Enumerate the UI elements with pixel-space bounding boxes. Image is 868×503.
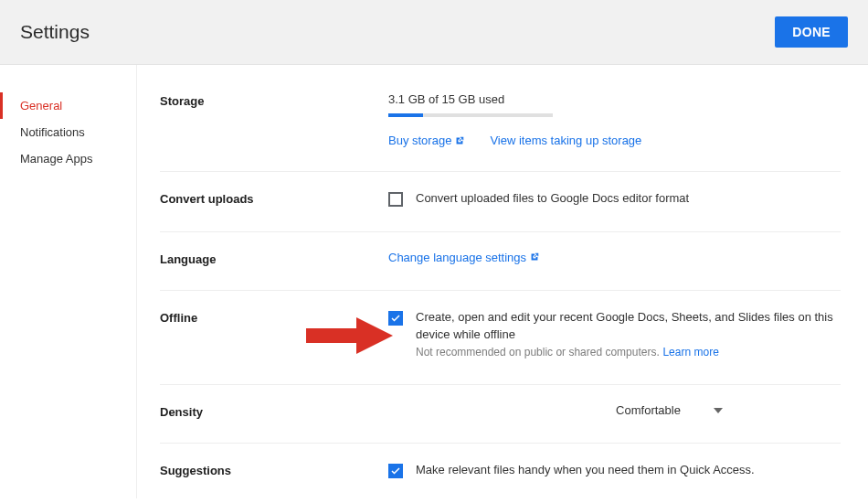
view-items-link[interactable]: View items taking up storage (490, 134, 641, 147)
sidebar: General Notifications Manage Apps (0, 65, 137, 498)
buy-storage-link[interactable]: Buy storage (388, 134, 464, 147)
sidebar-item-notifications[interactable]: Notifications (0, 119, 136, 145)
section-label: Density (160, 403, 388, 419)
section-label: Suggestions (160, 462, 388, 477)
learn-more-link[interactable]: Learn more (662, 345, 718, 360)
offline-hint: Not recommended on public or shared comp… (416, 346, 660, 359)
sidebar-item-general[interactable]: General (0, 92, 136, 119)
offline-checkbox-label: Create, open and edit your recent Google… (416, 309, 841, 344)
storage-bar-fill (388, 113, 423, 117)
main: Storage 3.1 GB of 15 GB used Buy storage… (137, 65, 868, 498)
section-label: Language (160, 251, 388, 266)
section-label: Convert uploads (160, 190, 388, 206)
sidebar-item-label: Notifications (20, 125, 85, 139)
density-value: Comfortable (616, 403, 681, 417)
section-suggestions: Suggestions Make relevant files handy wh… (160, 444, 841, 479)
sidebar-item-manage-apps[interactable]: Manage Apps (0, 145, 136, 172)
section-label: Storage (160, 92, 388, 108)
header: Settings DONE (0, 0, 868, 65)
section-storage: Storage 3.1 GB of 15 GB used Buy storage… (160, 88, 841, 172)
change-language-link[interactable]: Change language settings (388, 251, 539, 264)
done-button[interactable]: DONE (775, 16, 848, 48)
offline-checkbox[interactable] (388, 311, 403, 326)
section-density: Density Comfortable (160, 385, 841, 444)
sidebar-item-label: Manage Apps (20, 152, 93, 166)
suggestions-checkbox-label: Make relevant files handy when you need … (416, 462, 755, 479)
page-title: Settings (20, 21, 90, 43)
external-link-icon (530, 252, 539, 262)
convert-checkbox[interactable] (388, 192, 403, 207)
section-language: Language Change language settings (160, 232, 841, 291)
section-label: Offline (160, 309, 388, 325)
chevron-down-icon (714, 408, 723, 413)
density-select[interactable]: Comfortable (388, 403, 841, 417)
suggestions-checkbox[interactable] (388, 464, 403, 478)
section-offline: Offline Create, open and edit your recen… (160, 291, 841, 386)
convert-checkbox-label: Convert uploaded files to Google Docs ed… (416, 190, 689, 208)
storage-usage-text: 3.1 GB of 15 GB used (388, 92, 841, 106)
sidebar-item-label: General (20, 99, 62, 112)
external-link-icon (455, 136, 464, 145)
section-convert: Convert uploads Convert uploaded files t… (160, 172, 841, 232)
storage-bar (388, 113, 553, 117)
